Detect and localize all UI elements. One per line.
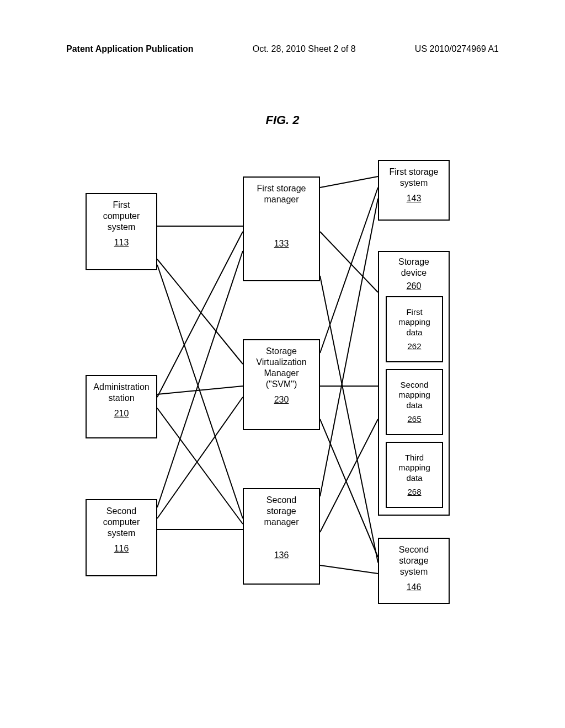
administration-station-ref: 210: [114, 408, 129, 419]
svm-label: StorageVirtualizationManager("SVM"): [256, 346, 306, 390]
second-mapping-data-box: Secondmappingdata 265: [386, 369, 443, 435]
second-storage-system-ref: 146: [407, 582, 422, 593]
svm-box: StorageVirtualizationManager("SVM") 230: [243, 339, 320, 430]
first-storage-system-ref: 143: [407, 193, 422, 204]
page: Patent Application Publication Oct. 28, …: [0, 0, 565, 728]
first-mapping-data-ref: 262: [407, 341, 421, 352]
administration-station-label: Administrationstation: [93, 382, 149, 404]
svg-line-17: [320, 565, 378, 574]
first-storage-system-box: First storagesystem 143: [378, 160, 450, 221]
svg-line-8: [157, 251, 243, 507]
second-mapping-data-ref: 265: [407, 414, 421, 425]
first-storage-manager-box: First storagemanager 133: [243, 176, 320, 281]
svg-line-11: [320, 276, 378, 563]
second-computer-system-box: Secondcomputersystem 116: [86, 499, 157, 576]
third-mapping-data-label: Thirdmappingdata: [398, 453, 430, 484]
svg-line-14: [320, 419, 378, 557]
second-storage-manager-box: Secondstoragemanager 136: [243, 488, 320, 585]
svg-line-1: [157, 259, 243, 364]
first-storage-system-label: First storagesystem: [390, 167, 439, 189]
administration-station-box: Administrationstation 210: [86, 375, 157, 438]
first-computer-system-label: Firstcomputersystem: [103, 200, 140, 233]
second-computer-system-ref: 116: [114, 543, 129, 554]
first-storage-manager-label: First storagemanager: [257, 183, 306, 205]
svg-line-16: [320, 419, 378, 532]
first-mapping-data-label: Firstmappingdata: [398, 307, 430, 338]
svg-line-9: [320, 176, 378, 188]
first-storage-manager-ref: 133: [274, 238, 289, 249]
second-storage-system-box: Secondstoragesystem 146: [378, 538, 450, 604]
svg-line-12: [320, 188, 378, 353]
second-storage-manager-ref: 136: [274, 550, 289, 561]
second-mapping-data-label: Secondmappingdata: [398, 380, 430, 411]
second-storage-system-label: Secondstoragesystem: [399, 544, 429, 577]
storage-device-ref: 260: [407, 281, 422, 292]
svg-line-2: [157, 265, 243, 518]
first-mapping-data-box: Firstmappingdata 262: [386, 296, 443, 362]
third-mapping-data-box: Thirdmappingdata 268: [386, 442, 443, 508]
third-mapping-data-ref: 268: [407, 487, 421, 497]
storage-device-label: Storagedevice: [398, 256, 429, 279]
svg-line-7: [157, 397, 243, 518]
svm-ref: 230: [274, 394, 289, 405]
second-computer-system-label: Secondcomputersystem: [103, 506, 140, 539]
svg-line-5: [157, 408, 243, 524]
svg-line-4: [157, 232, 243, 397]
second-storage-manager-label: Secondstoragemanager: [264, 495, 299, 528]
first-computer-system-box: Firstcomputersystem 113: [86, 193, 157, 270]
first-computer-system-ref: 113: [114, 237, 129, 248]
svg-line-15: [320, 199, 378, 496]
storage-device-box: Storagedevice 260 Firstmappingdata 262 S…: [378, 251, 450, 516]
